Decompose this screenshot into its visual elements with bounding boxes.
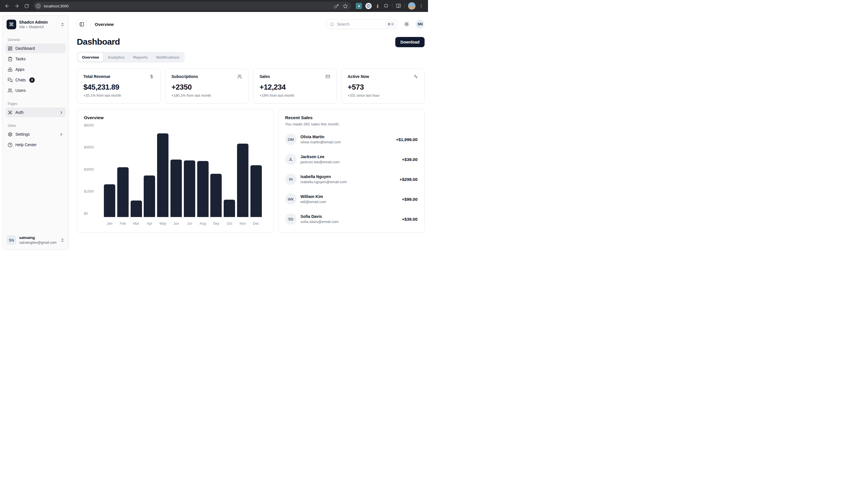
sidebar-item-label: Help Center [15,143,37,147]
reading-list-icon[interactable] [396,3,401,8]
bar-jan [104,184,115,217]
browser-forward-button[interactable] [13,2,21,10]
layout-dashboard-icon [8,46,13,51]
x-tick-label: Apr [144,221,155,226]
sale-name: Jackson Lee [300,155,339,159]
chart-bars [101,125,265,217]
stat-value: +12,234 [260,83,330,92]
sidebar-item-settings[interactable]: Settings [5,129,66,139]
x-tick-label: Jun [171,221,182,226]
sidebar-user-menu[interactable]: SN satnaing satnaingdev@gmail.com [5,234,66,247]
password-key-icon[interactable] [334,4,339,8]
sale-email: will@email.com [300,200,327,204]
browser-profile-avatar[interactable] [408,2,416,10]
sidebar-item-users[interactable]: Users [5,86,66,95]
recent-sales-title: Recent Sales [285,115,418,120]
browser-back-button[interactable] [3,2,11,10]
credit-card-icon [326,74,330,79]
stat-title: Sales [260,74,270,79]
sale-email: sofia.davis@email.com [300,220,339,224]
sidebar-item-label: Users [15,88,26,93]
sidebar-item-label: Settings [15,132,30,137]
download-button[interactable]: Download [395,37,424,47]
browser-reload-button[interactable] [22,2,31,10]
sidebar-item-help-center[interactable]: Help Center [5,140,66,150]
list-item: SD Sofia Davis sofia.davis@email.com +$3… [285,213,418,225]
dollar-sign-icon [150,74,154,79]
stat-card-active-now: Active Now +573 +201 since last hour [341,68,425,104]
recent-sales-subtitle: You made 265 sales this month. [285,122,418,126]
bar-jun [171,160,182,217]
stat-change: +201 since last hour [348,94,418,97]
url-text[interactable]: localhost:3000 [44,4,332,8]
tab-reports[interactable]: Reports [129,53,152,61]
sale-amount: +$1,999.00 [396,137,418,142]
bar-jul [184,160,195,217]
sidebar-toggle-button[interactable] [77,19,87,29]
sidebar-item-auth[interactable]: Auth [5,108,66,117]
sidebar-section-label: Pages [5,102,66,106]
bar-aug [197,161,209,217]
toolbar-divider [404,3,405,8]
tasks-checklist-icon [8,57,13,61]
bar-dec [250,165,262,217]
extension-lighthouse-icon[interactable] [375,3,380,8]
stat-change: +19% from last month [260,94,330,97]
dashboard-tabs: Overview Analytics Reports Notifications [77,52,185,62]
stat-change: +20.1% from last month [83,94,154,97]
sidebar-section-label: General [5,38,66,42]
breadcrumb: Overview [95,22,114,27]
team-switcher[interactable]: ⌘ Shadcn Admin Vite + ShadcnUI [5,18,66,31]
y-tick-label: $6000 [84,124,94,127]
address-bar[interactable]: localhost:3000 [34,2,351,10]
chevrons-up-down-icon [60,22,65,27]
chats-unread-badge: 3 [29,77,35,83]
extensions-puzzle-icon[interactable] [384,3,389,8]
search-input[interactable]: ⌘ K [327,19,398,29]
sidebar-item-tasks[interactable]: Tasks [5,54,66,64]
apps-boxes-icon [8,67,13,72]
sidebar-item-apps[interactable]: Apps [5,65,66,74]
sidebar-item-dashboard[interactable]: Dashboard [5,43,66,53]
avatar: IN [285,174,297,185]
bar-mar [130,200,142,217]
browser-menu-icon[interactable] [419,4,423,8]
avatar: OM [285,134,297,145]
sale-amount: +$39.00 [402,157,418,162]
stat-value: +2350 [172,83,242,92]
sale-amount: +$39.00 [402,217,418,221]
tab-notifications[interactable]: Notifications [152,53,184,61]
browser-toolbar: localhost:3000 [0,0,428,12]
arrow-left-icon [4,3,10,8]
theme-toggle-button[interactable] [403,20,410,28]
stat-card-total-revenue: Total Revenue $45,231.89 +20.1% from las… [77,68,160,104]
extension-teal-icon[interactable] [356,3,362,9]
profile-avatar[interactable]: SN [416,20,424,29]
sidebar-item-chats[interactable]: Chats 3 [5,75,66,85]
tab-overview[interactable]: Overview [78,53,103,61]
x-tick-label: May [157,221,169,226]
tab-analytics[interactable]: Analytics [104,53,129,61]
site-info-icon[interactable] [35,3,41,10]
x-tick-label: Jan [104,221,115,226]
extension-1password-icon[interactable] [365,3,372,9]
stat-title: Subscriptions [172,74,198,79]
chevrons-up-down-icon [60,238,65,242]
recent-sales-list: OM Olivia Martin olivia.martin@email.com… [285,134,418,225]
help-circle-icon [8,143,13,147]
chart-y-axis: $6000$4500$3000$1500$0 [84,125,94,217]
sale-email: isabella.nguyen@email.com [300,180,347,184]
overview-chart-card: Overview $6000$4500$3000$1500$0 JanFebMa… [77,109,274,233]
stat-cards: Total Revenue $45,231.89 +20.1% from las… [77,68,424,104]
stat-title: Active Now [348,74,369,79]
sidebar-section-label: Other [5,124,66,128]
chevron-right-icon [59,110,64,115]
sale-email: olivia.martin@email.com [300,140,341,144]
sale-name: Isabella Nguyen [300,174,347,179]
bar-oct [224,200,235,217]
user-avatar: SN [6,235,16,245]
topbar-divider [90,21,91,27]
x-tick-label: Feb [117,221,129,226]
bookmark-star-icon[interactable] [343,4,348,8]
search-field[interactable] [336,22,383,27]
